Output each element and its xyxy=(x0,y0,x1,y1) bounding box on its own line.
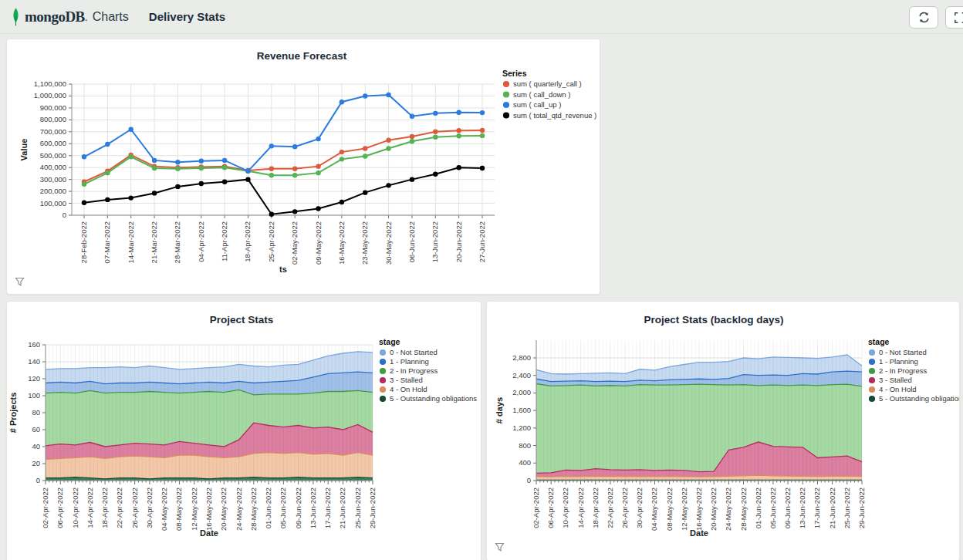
refresh-button[interactable] xyxy=(909,6,938,29)
svg-text:2 - In Progress: 2 - In Progress xyxy=(390,366,438,375)
svg-text:0: 0 xyxy=(527,476,531,484)
svg-text:04-May-2022: 04-May-2022 xyxy=(650,487,658,531)
svg-text:Value: Value xyxy=(19,139,29,161)
svg-text:80: 80 xyxy=(32,408,40,417)
svg-text:16-May-2022: 16-May-2022 xyxy=(204,487,213,531)
svg-text:18-Apr-2022: 18-Apr-2022 xyxy=(591,487,600,528)
svg-text:04-Apr-2022: 04-Apr-2022 xyxy=(197,221,205,262)
svg-text:12-May-2022: 12-May-2022 xyxy=(190,487,198,531)
svg-text:06-Jun-2022: 06-Jun-2022 xyxy=(407,221,416,262)
svg-text:05-Jun-2022: 05-Jun-2022 xyxy=(769,487,777,528)
svg-text:2,800: 2,800 xyxy=(512,353,531,362)
svg-text:18-Apr-2022: 18-Apr-2022 xyxy=(100,487,109,528)
svg-text:Date: Date xyxy=(690,528,708,538)
mongodb-charts-brand[interactable]: mongoDB . Charts xyxy=(9,7,129,27)
svg-text:0 - Not Started: 0 - Not Started xyxy=(879,348,927,356)
svg-text:28-Feb-2022: 28-Feb-2022 xyxy=(79,221,88,263)
chart-filter-button[interactable] xyxy=(15,277,25,289)
svg-text:200,000: 200,000 xyxy=(40,187,66,195)
svg-text:21-Jun-2022: 21-Jun-2022 xyxy=(338,487,346,528)
svg-text:28-Mar-2022: 28-Mar-2022 xyxy=(173,221,181,263)
svg-text:sum ( total_qtd_revenue ): sum ( total_qtd_revenue ) xyxy=(513,111,596,120)
svg-text:5 - Outstanding obligations: 5 - Outstanding obligations xyxy=(879,394,959,403)
svg-text:28-May-2022: 28-May-2022 xyxy=(739,487,748,531)
svg-text:21-Jun-2022: 21-Jun-2022 xyxy=(828,487,836,528)
svg-text:sum ( quarterly_call ): sum ( quarterly_call ) xyxy=(513,79,582,88)
svg-text:stage: stage xyxy=(379,337,400,346)
brand-charts-text: Charts xyxy=(93,10,129,24)
svg-text:1,000,000: 1,000,000 xyxy=(34,91,66,100)
svg-text:05-Jun-2022: 05-Jun-2022 xyxy=(279,487,287,528)
svg-text:14-Apr-2022: 14-Apr-2022 xyxy=(86,487,94,528)
svg-text:10-Apr-2022: 10-Apr-2022 xyxy=(71,487,79,528)
svg-text:25-Jun-2022: 25-Jun-2022 xyxy=(353,487,362,528)
revenue-forecast-chart[interactable]: 0100,000200,000300,000400,000500,000600,… xyxy=(7,39,600,294)
dashboard-title: Delivery Stats xyxy=(149,10,225,23)
svg-text:26-Apr-2022: 26-Apr-2022 xyxy=(620,487,629,528)
svg-text:Date: Date xyxy=(200,528,218,538)
svg-text:5 - Outstanding obligations: 5 - Outstanding obligations xyxy=(390,394,477,403)
svg-text:2,000: 2,000 xyxy=(512,388,531,396)
svg-text:13-Jun-2022: 13-Jun-2022 xyxy=(309,487,317,528)
svg-text:06-Apr-2022: 06-Apr-2022 xyxy=(546,487,555,528)
svg-text:16-May-2022: 16-May-2022 xyxy=(694,487,703,531)
svg-text:2 - In Progress: 2 - In Progress xyxy=(879,366,928,375)
svg-text:Project Stats: Project Stats xyxy=(210,314,274,326)
svg-text:400,000: 400,000 xyxy=(40,163,66,171)
svg-text:3 - Stalled: 3 - Stalled xyxy=(879,376,912,384)
svg-text:1 - Planning: 1 - Planning xyxy=(390,357,429,366)
svg-text:40: 40 xyxy=(32,442,40,450)
svg-text:160: 160 xyxy=(28,340,40,349)
project-stats-backlog-chart[interactable]: 04008001,2001,6002,0002,4002,80002-Apr-2… xyxy=(487,302,959,560)
filter-funnel-icon xyxy=(495,542,505,552)
svg-text:02-Apr-2022: 02-Apr-2022 xyxy=(41,487,49,528)
svg-text:# days: # days xyxy=(495,397,504,423)
svg-text:17-Jun-2022: 17-Jun-2022 xyxy=(323,487,332,528)
svg-text:3 - Stalled: 3 - Stalled xyxy=(390,376,423,384)
svg-text:30-May-2022: 30-May-2022 xyxy=(384,221,393,265)
svg-text:1,600: 1,600 xyxy=(512,406,531,414)
brand-mongodb-text: mongoDB xyxy=(25,8,85,25)
svg-text:29-Jun-2022: 29-Jun-2022 xyxy=(857,487,866,528)
svg-text:120: 120 xyxy=(28,374,40,383)
svg-text:800: 800 xyxy=(519,441,531,450)
svg-text:18-Apr-2022: 18-Apr-2022 xyxy=(243,221,252,262)
svg-text:2,400: 2,400 xyxy=(512,371,531,380)
svg-text:60: 60 xyxy=(32,425,40,433)
svg-text:09-Jun-2022: 09-Jun-2022 xyxy=(294,487,302,528)
svg-text:22-Apr-2022: 22-Apr-2022 xyxy=(115,487,123,528)
refresh-icon xyxy=(917,12,931,23)
svg-text:400: 400 xyxy=(519,458,531,467)
svg-text:02-Apr-2022: 02-Apr-2022 xyxy=(532,487,540,528)
filter-funnel-icon xyxy=(15,277,25,287)
project-stats-chart[interactable]: 02040608010012014016002-Apr-202206-Apr-2… xyxy=(7,302,481,560)
svg-text:25-Jun-2022: 25-Jun-2022 xyxy=(843,487,851,528)
chart-filter-button[interactable] xyxy=(495,542,505,555)
svg-text:100: 100 xyxy=(28,391,40,400)
svg-text:300,000: 300,000 xyxy=(40,175,66,184)
svg-text:22-Apr-2022: 22-Apr-2022 xyxy=(606,487,614,528)
svg-text:16-May-2022: 16-May-2022 xyxy=(337,221,346,265)
svg-text:ts: ts xyxy=(279,265,287,274)
svg-text:800,000: 800,000 xyxy=(40,115,66,123)
svg-text:4 - On Hold: 4 - On Hold xyxy=(390,385,427,393)
svg-text:1,100,000: 1,100,000 xyxy=(34,79,66,88)
svg-text:14-Apr-2022: 14-Apr-2022 xyxy=(576,487,585,528)
svg-text:28-May-2022: 28-May-2022 xyxy=(249,487,258,531)
chart-card-project-stats: 02040608010012014016002-Apr-202206-Apr-2… xyxy=(6,301,482,560)
svg-text:27-Jun-2022: 27-Jun-2022 xyxy=(478,221,486,262)
svg-text:01-Jun-2022: 01-Jun-2022 xyxy=(754,487,762,528)
svg-text:13-Jun-2022: 13-Jun-2022 xyxy=(798,487,806,528)
svg-text:12-May-2022: 12-May-2022 xyxy=(680,487,688,531)
svg-text:29-Jun-2022: 29-Jun-2022 xyxy=(368,487,377,528)
svg-text:700,000: 700,000 xyxy=(40,127,66,136)
svg-text:1 - Planning: 1 - Planning xyxy=(879,357,918,366)
svg-text:0 - Not Started: 0 - Not Started xyxy=(390,348,438,356)
svg-text:26-Apr-2022: 26-Apr-2022 xyxy=(130,487,139,528)
fullscreen-icon xyxy=(954,12,963,24)
svg-text:09-May-2022: 09-May-2022 xyxy=(314,221,323,265)
svg-text:600,000: 600,000 xyxy=(40,139,66,147)
chart-card-project-stats-backlog: 04008001,2001,6002,0002,4002,80002-Apr-2… xyxy=(486,301,960,560)
svg-text:21-Mar-2022: 21-Mar-2022 xyxy=(150,221,158,263)
fullscreen-button[interactable] xyxy=(945,6,963,29)
